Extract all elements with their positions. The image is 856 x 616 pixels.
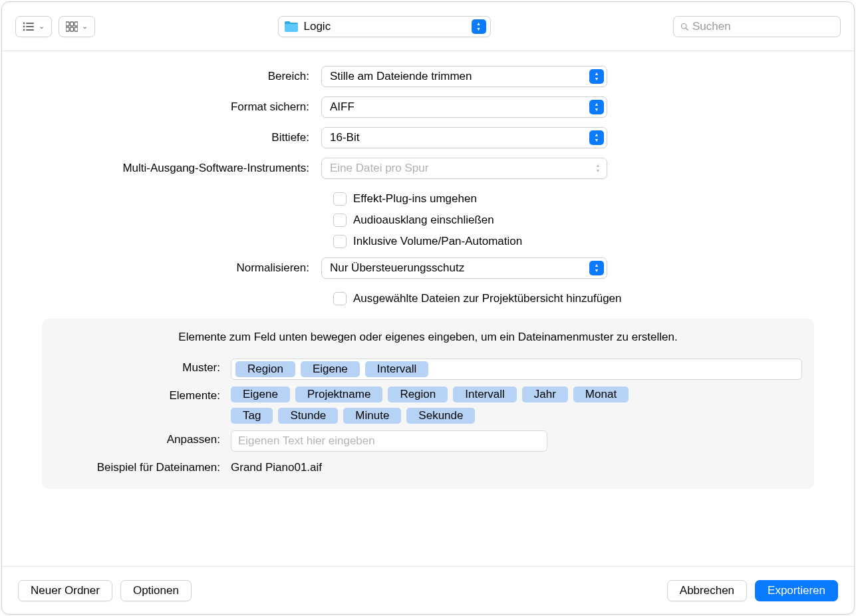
element-token[interactable]: Jahr — [522, 386, 568, 402]
elements-token-pool: EigeneProjektnameRegionIntervallJahrMona… — [231, 386, 663, 424]
search-input[interactable] — [692, 20, 833, 33]
svg-rect-10 — [71, 27, 74, 31]
svg-rect-8 — [74, 22, 78, 26]
export-dialog: ⌄ ⌄ Logic — [1, 1, 855, 615]
include-tail-checkbox[interactable] — [333, 214, 347, 227]
svg-rect-1 — [26, 23, 34, 24]
list-icon — [23, 21, 35, 32]
pattern-token[interactable]: Eigene — [301, 361, 360, 377]
element-token[interactable]: Intervall — [453, 386, 517, 402]
include-volpan-checkbox[interactable] — [333, 235, 347, 248]
svg-point-4 — [23, 29, 25, 31]
bitdepth-label: Bittiefe: — [42, 131, 321, 144]
custom-text-input[interactable] — [231, 430, 547, 452]
bitdepth-popup[interactable]: 16-Bit — [321, 127, 607, 148]
view-list-button[interactable]: ⌄ — [15, 16, 52, 37]
toolbar: ⌄ ⌄ Logic — [2, 2, 854, 51]
updown-arrows-icon — [589, 261, 604, 275]
multiout-popup: Eine Datei pro Spur — [321, 158, 607, 179]
svg-rect-6 — [66, 22, 69, 26]
element-token[interactable]: Sekunde — [406, 408, 475, 424]
updown-arrows-icon — [589, 100, 604, 114]
format-popup[interactable]: AIFF — [321, 96, 607, 118]
element-token[interactable]: Region — [388, 386, 448, 402]
pattern-label: Muster: — [54, 359, 231, 375]
filename-pattern-panel: Elemente zum Feld unten bewegen oder eig… — [42, 319, 814, 489]
location-label: Logic — [304, 20, 466, 33]
example-label: Beispiel für Dateinamen: — [54, 458, 231, 474]
updown-arrows-icon — [589, 69, 604, 84]
svg-rect-9 — [66, 27, 69, 31]
svg-line-13 — [686, 28, 688, 30]
svg-point-0 — [23, 22, 25, 24]
main-form: Bereich: Stille am Dateiende trimmen For… — [2, 51, 854, 566]
pattern-instruction: Elemente zum Feld unten bewegen oder eig… — [54, 331, 802, 344]
element-token[interactable]: Stunde — [278, 408, 338, 424]
chevron-down-icon: ⌄ — [82, 22, 88, 31]
location-popup[interactable]: Logic — [278, 16, 491, 37]
svg-rect-11 — [74, 27, 78, 31]
updown-arrows-icon — [592, 163, 604, 174]
svg-rect-7 — [71, 22, 74, 26]
range-label: Bereich: — [42, 70, 321, 83]
example-filename: Grand Piano01.aif — [231, 458, 322, 474]
include-tail-label: Audioausklang einschließen — [353, 214, 494, 227]
pattern-token[interactable]: Intervall — [365, 361, 429, 377]
pattern-token[interactable]: Region — [235, 361, 295, 377]
grid-icon — [66, 21, 78, 32]
options-button[interactable]: Optionen — [120, 580, 192, 601]
view-grid-button[interactable]: ⌄ — [59, 16, 95, 37]
updown-arrows-icon — [472, 19, 486, 34]
multiout-label: Multi-Ausgang-Software-Instruments: — [42, 162, 321, 175]
add-to-project-label: Ausgewählte Dateien zur Projektübersicht… — [353, 292, 622, 305]
folder-icon — [284, 21, 299, 33]
svg-point-2 — [23, 25, 25, 27]
search-field[interactable] — [673, 16, 841, 37]
element-token[interactable]: Projektname — [295, 386, 382, 402]
search-icon — [680, 21, 688, 32]
element-token[interactable]: Minute — [343, 408, 401, 424]
svg-rect-3 — [26, 26, 34, 27]
add-to-project-checkbox[interactable] — [333, 292, 347, 305]
pattern-token-field[interactable]: RegionEigeneIntervall — [231, 359, 802, 380]
updown-arrows-icon — [589, 130, 604, 145]
bypass-fx-checkbox[interactable] — [333, 192, 347, 206]
normalize-label: Normalisieren: — [42, 261, 321, 275]
include-volpan-label: Inklusive Volume/Pan-Automation — [353, 235, 522, 248]
custom-label: Anpassen: — [54, 430, 231, 446]
element-token[interactable]: Eigene — [231, 386, 290, 402]
range-popup[interactable]: Stille am Dateiende trimmen — [321, 66, 607, 87]
bypass-fx-label: Effekt-Plug-ins umgehen — [353, 192, 477, 206]
svg-rect-5 — [26, 29, 34, 31]
new-folder-button[interactable]: Neuer Ordner — [18, 580, 112, 601]
element-token[interactable]: Monat — [573, 386, 629, 402]
elements-label: Elemente: — [54, 386, 231, 402]
element-token[interactable]: Tag — [231, 408, 273, 424]
format-label: Format sichern: — [42, 100, 321, 114]
export-button[interactable]: Exportieren — [755, 580, 838, 601]
cancel-button[interactable]: Abbrechen — [667, 580, 747, 601]
footer: Neuer Ordner Optionen Abbrechen Exportie… — [2, 566, 854, 614]
chevron-down-icon: ⌄ — [39, 22, 45, 31]
normalize-popup[interactable]: Nur Übersteuerungsschutz — [321, 257, 607, 279]
